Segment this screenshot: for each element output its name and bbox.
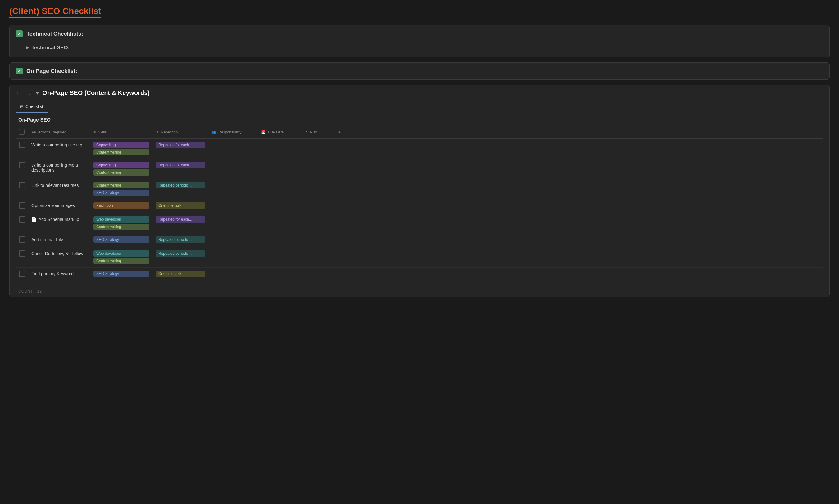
skill-badge[interactable]: Content writing	[93, 258, 150, 264]
row-checkbox-cell	[16, 213, 28, 233]
row-duedate-cell	[258, 233, 301, 247]
skill-badge[interactable]: Copywriting	[93, 162, 150, 168]
row-action-text: Write a compelling title tag	[31, 142, 87, 147]
row-action-cell: Check Do-follow, No-follow	[28, 247, 90, 268]
skill-badge[interactable]: Copywriting	[93, 142, 150, 148]
row-extra-cell	[333, 179, 823, 199]
skill-badge[interactable]: SEO Strategy	[93, 236, 150, 243]
row-checkbox[interactable]	[19, 236, 25, 243]
row-action-text: Add internal links	[31, 236, 87, 242]
repetition-badge[interactable]: Repeated periodic...	[156, 250, 205, 257]
technical-seo-header[interactable]: Technical SEO:	[26, 42, 823, 53]
row-checkbox[interactable]	[19, 142, 25, 148]
technical-seo-subsection: Technical SEO:	[10, 42, 829, 57]
skill-badge[interactable]: SEO Strategy	[93, 271, 150, 277]
row-skills-cell: Web developerContent writing	[90, 247, 153, 268]
row-skills-cell: CopywritingContent writing	[90, 139, 153, 159]
repetition-badge[interactable]: One time task	[156, 202, 205, 209]
row-extra-cell	[333, 199, 823, 213]
row-action-cell: Optomize your images	[28, 199, 90, 213]
table-row: Add internal linksSEO StrategyRepeated p…	[16, 233, 823, 247]
repetition-badge[interactable]: Repeated for each...	[156, 216, 205, 222]
add-column-button[interactable]: +	[336, 128, 343, 136]
row-action-cell: Write a compelling Meta descriptions	[28, 159, 90, 179]
table-row: Check Do-follow, No-followWeb developerC…	[16, 247, 823, 268]
row-checkbox-cell	[16, 199, 28, 213]
row-checkbox-cell	[16, 179, 28, 199]
skills-icon: ≡	[93, 130, 95, 134]
collapse-icon-onpage[interactable]	[35, 92, 39, 95]
row-action-cell: Add internal links	[28, 233, 90, 247]
skill-badge[interactable]: Web developer	[93, 250, 150, 257]
aa-icon: Aa	[31, 130, 36, 134]
row-checkbox[interactable]	[19, 162, 25, 168]
file-icon: 📄	[31, 217, 37, 222]
row-repetition-cell: Repeated for each...	[153, 213, 208, 233]
row-checkbox[interactable]	[19, 216, 25, 222]
technical-checklists-header[interactable]: Technical Checklists:	[10, 25, 829, 42]
row-action-text: Write a compelling Meta descriptions	[31, 162, 87, 173]
onpage-seo-keywords-header: + ⋮⋮ On-Page SEO (Content & Keywords)	[10, 85, 829, 101]
tab-checklist[interactable]: ⊞ Checklist	[16, 101, 48, 113]
row-duedate-cell	[258, 139, 301, 159]
row-plan-cell	[301, 247, 333, 268]
row-skills-cell: CopywritingContent writing	[90, 159, 153, 179]
collapse-icon-technical-seo	[26, 46, 29, 50]
add-icon[interactable]: +	[16, 90, 19, 96]
row-checkbox-cell	[16, 233, 28, 247]
onpage-checklist-header[interactable]: On Page Checklist:	[10, 63, 829, 79]
actions-table: Aa Actions Required ≡ Skills ⟳ Repetitio…	[16, 126, 823, 281]
row-plan-cell	[301, 268, 333, 282]
row-action-cell: Find primary Keyword	[28, 268, 90, 282]
skill-badge[interactable]: Content writing	[93, 149, 150, 156]
skill-badge[interactable]: Content writing	[93, 224, 150, 230]
repetition-badge[interactable]: Repeated periodic...	[156, 236, 205, 243]
drag-handle[interactable]: ⋮⋮	[23, 91, 32, 95]
row-action-text: Optomize your images	[31, 202, 87, 208]
row-checkbox-cell	[16, 268, 28, 282]
row-plan-cell	[301, 159, 333, 179]
skill-badge[interactable]: Content writing	[93, 169, 150, 176]
row-plan-cell	[301, 179, 333, 199]
onpage-checklist-checkbox[interactable]	[16, 68, 23, 74]
row-checkbox[interactable]	[19, 250, 25, 257]
row-duedate-cell	[258, 199, 301, 213]
row-extra-cell	[333, 213, 823, 233]
repetition-badge[interactable]: One time task	[156, 271, 205, 277]
col-header-add[interactable]: +	[333, 126, 823, 139]
technical-seo-title: Technical SEO:	[31, 45, 70, 51]
row-duedate-cell	[258, 268, 301, 282]
table-row: Find primary KeywordSEO StrategyOne time…	[16, 268, 823, 282]
row-responsibility-cell	[208, 179, 258, 199]
repetition-badge[interactable]: Repeated for each...	[156, 142, 205, 148]
row-skills-cell: SEO Strategy	[90, 233, 153, 247]
skill-badge[interactable]: SEO Strategy	[93, 190, 150, 196]
skill-badge[interactable]: Content writing	[93, 182, 150, 188]
page-title: (Client) SEO Checklist	[9, 6, 101, 18]
technical-checklists-title: Technical Checklists:	[27, 31, 83, 37]
row-action-cell: Write a compelling title tag	[28, 139, 90, 159]
row-responsibility-cell	[208, 139, 258, 159]
row-action-cell: Link to relevant resurses	[28, 179, 90, 199]
row-skills-cell: Content writingSEO Strategy	[90, 179, 153, 199]
row-checkbox[interactable]	[19, 202, 25, 209]
row-repetition-cell: Repeated for each...	[153, 159, 208, 179]
row-checkbox[interactable]	[19, 271, 25, 277]
skill-badge[interactable]: Web developer	[93, 216, 150, 222]
row-repetition-cell: Repeated periodic...	[153, 233, 208, 247]
repetition-badge[interactable]: Repeated periodic...	[156, 182, 205, 188]
row-skills-cell: Web developerContent writing	[90, 213, 153, 233]
onpage-checklist-card: On Page Checklist:	[9, 62, 830, 80]
row-responsibility-cell	[208, 233, 258, 247]
technical-checklists-checkbox[interactable]	[16, 31, 23, 37]
row-plan-cell	[301, 233, 333, 247]
row-checkbox[interactable]	[19, 182, 25, 188]
row-duedate-cell	[258, 213, 301, 233]
row-extra-cell	[333, 268, 823, 282]
row-duedate-cell	[258, 179, 301, 199]
repetition-badge[interactable]: Repeated for each...	[156, 162, 205, 168]
row-action-text: Link to relevant resurses	[31, 182, 87, 188]
skill-badge[interactable]: Paid Tools	[93, 202, 150, 209]
row-skills-cell: SEO Strategy	[90, 268, 153, 282]
onpage-seo-keywords-title: On-Page SEO (Content & Keywords)	[42, 89, 150, 96]
